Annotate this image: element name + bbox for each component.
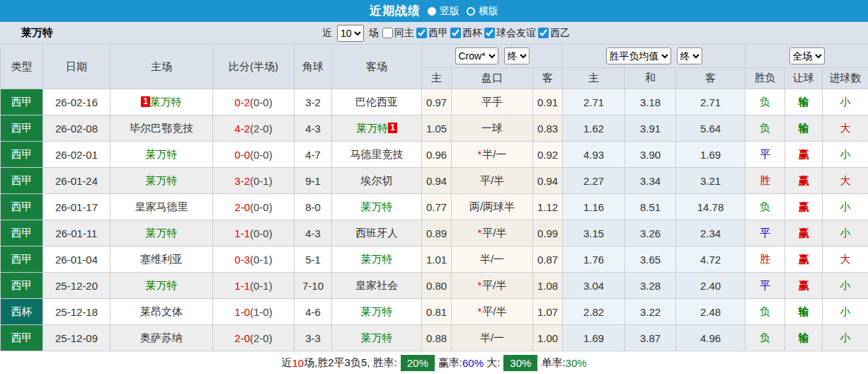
avg-home: 3.04 — [563, 273, 625, 299]
summary-text: 60% — [462, 357, 484, 369]
halftime-score: (1-0) — [250, 306, 273, 318]
radio-icon[interactable] — [467, 7, 475, 16]
result-outcome: 负 — [746, 89, 785, 115]
layout-option-label: 竖版 — [440, 5, 459, 18]
fulltime-score: 3-2 — [234, 175, 250, 187]
halftime-score: (2-0) — [250, 123, 273, 135]
match-date: 25-12-20 — [43, 273, 110, 299]
filter-label: 西杯 — [462, 27, 482, 40]
table-row: 西甲26-02-01莱万特0-0(0-0)4-7马德里竞技0.96*半/一0.9… — [1, 142, 868, 168]
rank-badge: 1 — [388, 123, 397, 133]
fulltime-score: 2-0 — [234, 332, 250, 344]
team-name-text: 莱万特 — [356, 122, 388, 134]
odds-away: 0.99 — [533, 220, 563, 246]
handicap-line: 半/一 — [452, 325, 533, 351]
subcol-avg-home: 主 — [563, 68, 625, 89]
match-date: 26-01-24 — [43, 168, 110, 194]
summary-text: 10 — [292, 357, 304, 369]
filter-checkbox-西杯[interactable]: 西杯 — [450, 27, 482, 40]
handicap-line: 平/半 — [452, 168, 533, 194]
layout-option-horizontal[interactable]: 横版 — [467, 5, 498, 18]
match-count-select[interactable]: 10 — [337, 25, 364, 42]
avg-draw: 3.65 — [625, 246, 676, 273]
result-outcome: 平 — [746, 142, 785, 168]
away-team: 马德里竞技 — [332, 142, 422, 168]
result-goals: 小 — [823, 89, 868, 115]
league-badge: 西甲 — [1, 89, 43, 115]
col-header-score: 比分(半场) — [213, 45, 295, 89]
avg-home: 1.16 — [563, 194, 625, 220]
col-header-home: 主场 — [110, 45, 213, 89]
corner-score: 4-3 — [295, 115, 332, 142]
filter-label: 西甲 — [428, 27, 448, 40]
result-handicap: 输 — [785, 115, 823, 142]
table-row: 西甲25-12-09奥萨苏纳2-0(2-0)3-3莱万特0.88半/一1.001… — [1, 325, 868, 351]
period-select[interactable]: 全场 — [789, 47, 825, 64]
halftime-score: (0-0) — [250, 201, 273, 213]
summary-badge: 30% — [503, 355, 537, 371]
team-name-text: 埃尔切 — [361, 174, 393, 186]
odds-group-header: Crow* 终 — [422, 45, 563, 68]
home-team: 莱万特 — [110, 273, 213, 299]
layout-option-vertical[interactable]: 竖版 — [428, 5, 459, 18]
team-name-text: 莱万特 — [361, 305, 393, 317]
filter-checkbox-西乙[interactable]: 西乙 — [538, 27, 570, 40]
checkbox-icon[interactable] — [538, 28, 549, 38]
corner-score: 8-0 — [295, 194, 332, 220]
filter-label: 西乙 — [550, 27, 570, 40]
result-handicap: 输 — [785, 89, 823, 115]
odds-away: 1.12 — [533, 194, 563, 220]
result-outcome: 胜 — [746, 246, 785, 273]
home-team: 奥萨苏纳 — [110, 325, 213, 351]
matches-label: 场 — [369, 27, 379, 40]
table-row: 西甲26-01-24莱万特3-2(0-1)9-1埃尔切0.94平/半0.942.… — [1, 168, 868, 194]
radio-icon[interactable] — [428, 7, 436, 16]
corner-score: 3-3 — [295, 325, 332, 351]
league-badge: 西甲 — [1, 115, 43, 142]
col-header-corner: 角球 — [295, 45, 332, 89]
match-date: 26-02-08 — [43, 115, 110, 142]
filter-checkbox-同主[interactable]: 同主 — [382, 27, 414, 40]
summary-text: 近 — [281, 356, 292, 370]
team-name-text: 马德里竞技 — [350, 148, 404, 160]
fulltime-score: 0-2 — [234, 96, 250, 108]
filter-label: 球会友谊 — [496, 27, 536, 40]
match-date: 25-12-18 — [43, 299, 110, 325]
corner-score: 7-10 — [295, 273, 332, 299]
filter-checkbox-球会友谊[interactable]: 球会友谊 — [484, 27, 536, 40]
odds-away: 0.94 — [533, 168, 563, 194]
team-name-text: 奥萨苏纳 — [140, 332, 183, 344]
subcol-goals-result: 进球数 — [823, 68, 868, 89]
result-handicap: 赢 — [785, 273, 823, 299]
recent-matches-table: 类型 日期 主场 比分(半场) 角球 客场 Crow* 终 胜平负均值 终 全场 — [0, 44, 868, 351]
avg-type-select[interactable]: 胜平负均值 — [606, 47, 671, 64]
away-team: 莱万特 — [332, 246, 422, 273]
table-row: 西甲26-01-17皇家马德里2-0(0-0)8-0莱万特0.77两/两球半1.… — [1, 194, 868, 220]
score-cell: 0-0(0-0) — [213, 142, 295, 168]
odds-away: 0.92 — [533, 142, 563, 168]
avg-time-select[interactable]: 终 — [677, 47, 702, 64]
avg-home: 2.82 — [563, 299, 625, 325]
checkbox-icon[interactable] — [484, 28, 495, 38]
away-team: 莱万特 — [332, 299, 422, 325]
checkbox-icon[interactable] — [382, 28, 393, 38]
summary-bar: 近10场,胜2平3负5, 胜率:20%赢率:60% 大:30%单率:30% — [0, 351, 868, 374]
away-team: 巴伦西亚 — [332, 89, 422, 115]
score-cell: 4-2(2-0) — [213, 115, 295, 142]
avg-home: 2.27 — [563, 168, 625, 194]
checkbox-icon[interactable] — [416, 28, 427, 38]
subcol-odds-away: 客 — [533, 68, 563, 89]
team-name-text: 莱昂文体 — [140, 305, 183, 317]
halftime-score: (0-0) — [250, 96, 273, 108]
handicap-line: 一球 — [452, 115, 533, 142]
team-name-text: 莱万特 — [361, 253, 393, 265]
odds-time-select[interactable]: 终 — [504, 47, 530, 64]
checkbox-icon[interactable] — [450, 28, 461, 38]
team-name-text: 西班牙人 — [355, 227, 398, 239]
avg-draw: 3.28 — [625, 273, 676, 299]
odds-company-select[interactable]: Crow* — [455, 47, 498, 64]
filter-checkbox-西甲[interactable]: 西甲 — [416, 27, 448, 40]
handicap-line: 半/一 — [452, 246, 533, 273]
team-name-text: 莱万特 — [146, 227, 178, 239]
away-team: 莱万特 — [332, 194, 422, 220]
